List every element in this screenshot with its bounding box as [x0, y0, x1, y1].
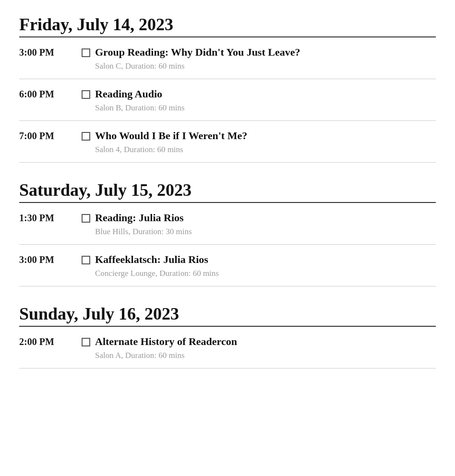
event-title: Alternate History of Readercon — [95, 335, 237, 348]
event-title: Reading Audio — [95, 88, 162, 100]
event-checkbox[interactable] — [82, 132, 90, 141]
event-title-row: Group Reading: Why Didn't You Just Leave… — [82, 46, 436, 59]
event-title-row: Reading Audio — [82, 88, 436, 100]
event-time: 3:00 PM — [19, 253, 82, 265]
event-checkbox[interactable] — [82, 214, 90, 223]
event-title: Kaffeeklatsch: Julia Rios — [95, 253, 208, 266]
day-section-friday: Friday, July 14, 20233:00 PMGroup Readin… — [19, 14, 436, 163]
event-title-row: Who Would I Be if I Weren't Me? — [82, 130, 436, 142]
event-details: Salon 4, Duration: 60 mins — [82, 145, 436, 155]
event-checkbox[interactable] — [82, 90, 90, 99]
event-details: Salon B, Duration: 60 mins — [82, 103, 436, 113]
event-content: Group Reading: Why Didn't You Just Leave… — [82, 46, 436, 71]
event-row: 1:30 PMReading: Julia RiosBlue Hills, Du… — [19, 203, 436, 245]
event-details: Salon C, Duration: 60 mins — [82, 61, 436, 71]
event-checkbox[interactable] — [82, 338, 90, 346]
event-title: Who Would I Be if I Weren't Me? — [95, 130, 247, 142]
event-time: 6:00 PM — [19, 88, 82, 100]
day-heading-sunday: Sunday, July 16, 2023 — [19, 304, 436, 324]
event-content: Kaffeeklatsch: Julia RiosConcierge Loung… — [82, 253, 436, 278]
event-title-row: Reading: Julia Rios — [82, 212, 436, 224]
event-row: 2:00 PMAlternate History of ReaderconSal… — [19, 327, 436, 369]
event-checkbox[interactable] — [82, 256, 90, 264]
event-row: 3:00 PMGroup Reading: Why Didn't You Jus… — [19, 37, 436, 79]
event-content: Reading AudioSalon B, Duration: 60 mins — [82, 88, 436, 113]
event-title-row: Kaffeeklatsch: Julia Rios — [82, 253, 436, 266]
day-heading-saturday: Saturday, July 15, 2023 — [19, 180, 436, 200]
event-content: Who Would I Be if I Weren't Me?Salon 4, … — [82, 130, 436, 155]
event-content: Alternate History of ReaderconSalon A, D… — [82, 335, 436, 360]
event-row: 7:00 PMWho Would I Be if I Weren't Me?Sa… — [19, 121, 436, 163]
event-time: 3:00 PM — [19, 46, 82, 58]
day-section-sunday: Sunday, July 16, 20232:00 PMAlternate Hi… — [19, 304, 436, 369]
event-title: Group Reading: Why Didn't You Just Leave… — [95, 46, 300, 59]
event-details: Salon A, Duration: 60 mins — [82, 351, 436, 360]
schedule-container: Friday, July 14, 20233:00 PMGroup Readin… — [19, 14, 436, 369]
event-details: Blue Hills, Duration: 30 mins — [82, 227, 436, 237]
event-time: 7:00 PM — [19, 130, 82, 142]
day-heading-friday: Friday, July 14, 2023 — [19, 14, 436, 35]
day-section-saturday: Saturday, July 15, 20231:30 PMReading: J… — [19, 180, 436, 286]
event-title-row: Alternate History of Readercon — [82, 335, 436, 348]
event-time: 2:00 PM — [19, 335, 82, 347]
event-row: 3:00 PMKaffeeklatsch: Julia RiosConcierg… — [19, 245, 436, 286]
event-content: Reading: Julia RiosBlue Hills, Duration:… — [82, 212, 436, 237]
event-details: Concierge Lounge, Duration: 60 mins — [82, 269, 436, 278]
event-title: Reading: Julia Rios — [95, 212, 184, 224]
event-row: 6:00 PMReading AudioSalon B, Duration: 6… — [19, 79, 436, 121]
event-time: 1:30 PM — [19, 212, 82, 224]
event-checkbox[interactable] — [82, 48, 90, 57]
